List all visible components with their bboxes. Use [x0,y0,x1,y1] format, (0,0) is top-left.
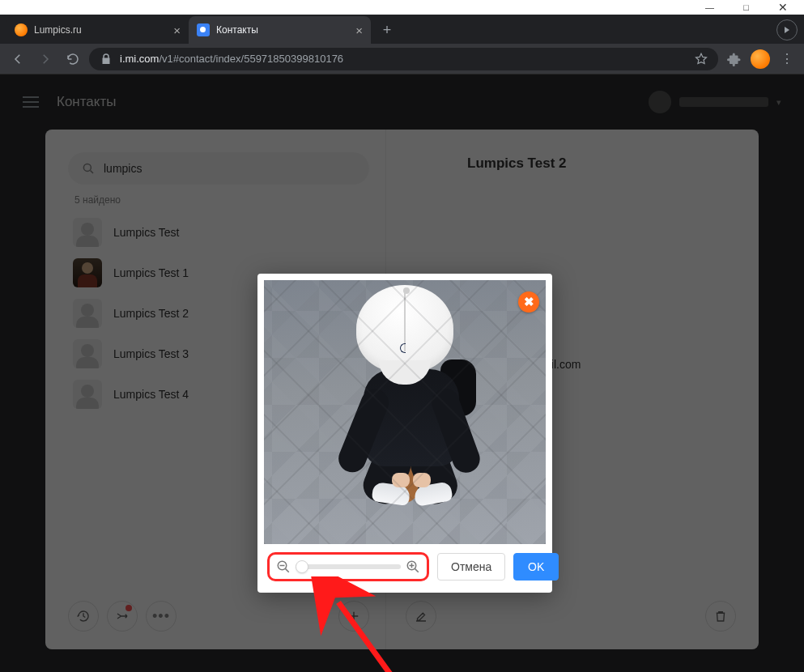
reload-icon [66,52,80,66]
reload-button[interactable] [62,48,84,70]
modal-footer: Отмена OK [264,544,546,586]
favicon-icon [197,23,210,36]
lock-icon [99,52,113,66]
url-text: i.mi.com/v1#contact/index/55971850399810… [120,53,687,65]
tab-title: Контакты [216,24,258,36]
bookmark-star-icon[interactable] [694,52,708,66]
tab-lumpics[interactable]: Lumpics.ru × [6,16,189,44]
arrow-left-icon [11,52,25,66]
app-root: Контакты ▾ 5 найдено Lumpics Test Lumpic… [0,74,804,672]
close-icon[interactable]: × [355,23,363,37]
back-button[interactable] [6,48,29,70]
close-icon[interactable]: × [173,23,181,37]
ok-button[interactable]: OK [513,553,559,581]
tab-title: Lumpics.ru [34,24,82,36]
extensions-button[interactable] [723,48,746,70]
new-tab-button[interactable]: + [376,19,398,41]
zoom-out-icon[interactable] [276,559,291,574]
cancel-button[interactable]: Отмена [437,553,505,581]
modal-close-button[interactable]: ✖ [518,291,539,313]
slider-thumb[interactable] [296,560,308,573]
media-control-icon[interactable] [776,19,798,40]
favicon-icon [15,23,28,36]
crop-image [264,280,546,544]
url-input[interactable]: i.mi.com/v1#contact/index/55971850399810… [89,48,718,70]
arrow-right-icon [38,52,53,66]
puzzle-icon [727,52,742,66]
crop-canvas[interactable]: ✖ [264,280,546,544]
profile-avatar-icon[interactable] [751,49,770,69]
zoom-control-highlight [267,552,429,581]
browser-tabstrip: Lumpics.ru × Контакты × + [0,15,804,44]
zoom-slider[interactable] [296,564,401,569]
window-minimize[interactable]: — [691,0,728,15]
forward-button[interactable] [34,48,57,70]
tab-contacts[interactable]: Контакты × [189,16,371,44]
browser-addressbar: i.mi.com/v1#contact/index/55971850399810… [0,44,804,74]
browser-menu-button[interactable]: ⋮ [775,48,798,70]
avatar-crop-modal: ✖ Отмена OK [257,274,552,593]
zoom-in-icon[interactable] [406,559,420,574]
window-titlebar: — □ ✕ [0,0,804,15]
window-maximize[interactable]: □ [728,0,764,15]
window-close[interactable]: ✕ [764,0,801,15]
